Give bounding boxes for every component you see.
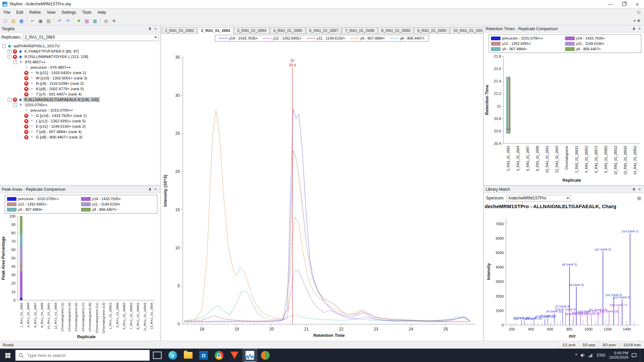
import-button[interactable]: ▼ <box>75 17 83 24</box>
app-edge[interactable]: e <box>165 349 180 362</box>
menu-help[interactable]: Help <box>95 9 109 16</box>
results-button[interactable]: ▧ <box>83 17 91 24</box>
close-icon[interactable]: × <box>637 26 642 32</box>
toolbar-extra-icon-2[interactable]: ✚ <box>637 18 640 23</box>
svg-text:60: 60 <box>11 248 15 252</box>
volume-icon[interactable] <box>581 353 585 357</box>
toolbar-extra-icon-1[interactable]: ▾ <box>634 18 636 23</box>
tree-item[interactable]: -×◆R.ALLNAIGNLELTGAFAEALK.N [146, 165] <box>1 97 160 102</box>
minimize-button[interactable]: — <box>604 0 617 8</box>
tree-item[interactable]: ×~G [y14] - 1433.7635+ (rank 1) <box>1 113 160 118</box>
missing-data-icon: × <box>13 98 17 102</box>
close-icon[interactable]: × <box>153 26 158 32</box>
find-button[interactable]: ◎ <box>102 17 110 24</box>
tree-item[interactable]: ×~E [y11] - 1149.6150+ (rank 2) <box>1 124 160 129</box>
collapse-icon[interactable]: - <box>8 55 11 59</box>
report-button[interactable]: ▩ <box>91 17 99 24</box>
menu-file[interactable]: File <box>1 9 13 16</box>
tab-10_RA1_01_2691[interactable]: 10_RA1_01_2691 <box>450 27 488 34</box>
menu-edit[interactable]: Edit <box>13 9 26 16</box>
redo-button[interactable]: ↷ <box>64 17 71 24</box>
collapse-icon[interactable]: - <box>8 98 11 102</box>
tree-item[interactable]: ×~N [y9] - 1116.5208+ (rank 2) <box>1 81 160 86</box>
svg-text:Retention Time: Retention Time <box>313 333 344 338</box>
language-indicator[interactable]: ENG <box>597 353 605 358</box>
app-outlook[interactable]: O <box>196 349 211 362</box>
tree-item[interactable]: ×~A [y8] - 1002.4779+ (rank 5) <box>1 86 160 92</box>
tab-7_RA1_01_2688[interactable]: 7_RA1_01_2688 <box>342 27 377 34</box>
undo-button[interactable]: ↶ <box>56 17 63 24</box>
taskbar-search[interactable] <box>15 350 150 361</box>
app-chrome[interactable] <box>211 349 227 362</box>
expand-icon[interactable]: + <box>8 50 11 53</box>
copy-button[interactable]: ▣ <box>37 17 44 24</box>
save-button[interactable]: ▦ <box>18 17 25 24</box>
menu-refine[interactable]: Refine <box>26 9 44 16</box>
menu-view[interactable]: View <box>44 9 59 16</box>
tab-9_RA1_01_2690[interactable]: 9_RA1_01_2690 <box>414 27 449 34</box>
collapse-icon[interactable]: - <box>13 60 17 64</box>
tab-1_RA1_01_2682[interactable]: 1_RA1_01_2682 <box>162 27 197 34</box>
app-brave[interactable] <box>227 349 242 362</box>
tree-item[interactable]: -×◆R.DSLLINWNATYDIYEK.L [113, 128] <box>1 54 160 59</box>
action-center-icon[interactable] <box>632 353 637 358</box>
tree-item[interactable]: ×~W [y10] - 1302.6001+ (rank 3) <box>1 75 160 81</box>
app-skyline[interactable] <box>242 349 258 362</box>
restore-button[interactable] <box>617 0 631 8</box>
network-icon[interactable] <box>589 353 593 357</box>
legend-item: y11 - 1149.6150+ <box>81 201 155 207</box>
svg-text:Chromatograms (5): Chromatograms (5) <box>74 303 78 331</box>
collapse-icon[interactable]: - <box>2 44 6 48</box>
search-input[interactable] <box>26 353 128 358</box>
tree-item[interactable]: -+979.4807++ <box>1 59 160 65</box>
menu-tools[interactable]: Tools <box>79 9 95 16</box>
tree-item[interactable]: ~precursor - 1015.0700++ <box>1 108 160 113</box>
tree-item-label: E [y11] - 1149.6150+ (rank 2) <box>35 124 86 128</box>
svg-text:Chromatograms: Chromatograms <box>565 146 569 170</box>
menu-settings[interactable]: Settings <box>59 9 79 16</box>
legend-item: y8 - 806.4407+ <box>81 207 155 212</box>
tree-item[interactable]: +×◆K.YHAEFTPVFSPER.F [85, 97] <box>1 49 160 54</box>
tree-item[interactable]: ×~L [y12] - 1262.6991+ (rank 5) <box>1 118 160 124</box>
tab-2_RA1_01_2683[interactable]: 2_RA1_01_2683 <box>198 27 233 34</box>
start-button[interactable] <box>0 349 15 362</box>
tree-item-label: N [y11] - 1416.6430+ (rank 1) <box>35 71 87 75</box>
open-button[interactable]: ▨ <box>10 17 17 24</box>
replicates-dropdown[interactable]: 2_RA1_01_2683 <box>23 34 159 41</box>
show-desktop-button[interactable] <box>640 349 642 362</box>
close-icon[interactable]: × <box>153 187 158 192</box>
missing-data-icon: × <box>24 135 29 139</box>
svg-text:21: 21 <box>497 104 501 108</box>
pin-icon[interactable] <box>631 26 637 32</box>
menu-extra-icon[interactable]: ↻ <box>637 10 641 15</box>
paste-button[interactable]: ▤ <box>45 17 52 24</box>
collapse-icon[interactable]: - <box>13 103 17 107</box>
task-view-button[interactable] <box>150 349 165 362</box>
tree-item[interactable]: ~precursor - 979.4807++ <box>1 65 160 70</box>
tree-item[interactable]: ×~N [y11] - 1416.6430+ (rank 1) <box>1 70 160 75</box>
tree-item[interactable]: ×~T [y7] - 931.4407+ (rank 4) <box>1 92 160 97</box>
cut-button[interactable]: ✂ <box>29 17 36 24</box>
app-file-explorer[interactable] <box>180 349 196 362</box>
spectrum-properties-icon[interactable]: ▤ <box>636 196 642 201</box>
spectrum-dropdown[interactable]: ArdecheMRM1STPro <box>506 195 571 202</box>
pin-icon[interactable] <box>147 187 153 192</box>
tab-3_RA1_01_2684[interactable]: 3_RA1_01_2684 <box>234 27 269 34</box>
tray-expand-icon[interactable]: ^ <box>575 353 578 358</box>
tab-6_RA1_01_2687[interactable]: 6_RA1_01_2687 <box>306 27 341 34</box>
settings-button[interactable]: ✚ <box>110 17 118 24</box>
svg-text:7000: 7000 <box>496 222 504 226</box>
pin-icon[interactable] <box>631 187 637 192</box>
pin-icon[interactable] <box>147 26 153 32</box>
tree-item[interactable]: -◆sp|P04045|PHSL1_SOLTU <box>1 43 160 49</box>
clock[interactable]: 5:09 PM 10/25/2024 <box>609 351 628 360</box>
tree-item[interactable]: ×~G [y8] - 806.4407+ (rank 3) <box>1 134 160 140</box>
tab-8_RA1_01_2689[interactable]: 8_RA1_01_2689 <box>378 27 414 34</box>
app-pymol[interactable] <box>258 349 273 362</box>
close-icon[interactable]: × <box>637 187 642 192</box>
new-button[interactable]: □ <box>2 17 9 24</box>
tab-4_RA1_01_2685[interactable]: 4_RA1_01_2685 <box>270 27 306 34</box>
close-button[interactable]: × <box>631 0 644 8</box>
tree-item[interactable]: ×~T [y9] - 907.4884+ (rank 4) <box>1 129 160 134</box>
tree-item[interactable]: -+1015.0700++ <box>1 102 160 108</box>
